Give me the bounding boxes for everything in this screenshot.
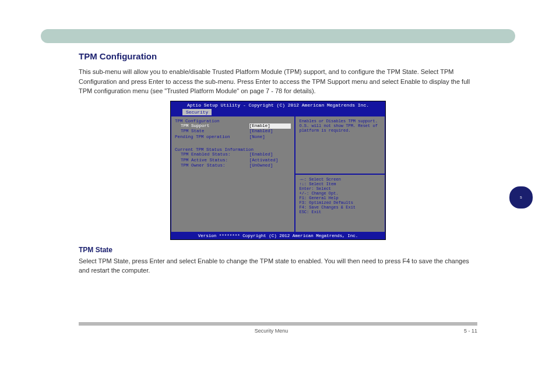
key-hint: +/-: Change Opt. bbox=[299, 191, 381, 196]
bios-row-owner-status: TPM Owner Status: bbox=[175, 163, 249, 169]
key-hint: Enter: Select bbox=[299, 186, 381, 191]
content-area: TPM Configuration This sub-menu will all… bbox=[79, 51, 477, 276]
bios-val-tpm-support[interactable]: [Enable] bbox=[249, 123, 291, 129]
bios-title-bar: Aptio Setup Utility - Copyright (C) 2012… bbox=[171, 101, 385, 109]
key-hint: ESC: Exit bbox=[299, 210, 381, 214]
side-chapter-tab: 5 bbox=[509, 186, 533, 209]
bios-item-pending-op[interactable]: Pending TPM operation bbox=[175, 135, 249, 140]
side-tab-number: 5 bbox=[520, 196, 522, 199]
tpm-config-body: This sub-menu will allow you to enable/d… bbox=[79, 67, 477, 96]
key-hint: →←: Select Screen bbox=[299, 177, 381, 182]
bios-item-tpm-state[interactable]: TPM State bbox=[175, 129, 249, 135]
bios-val-tpm-state[interactable]: [Enabled] bbox=[249, 129, 291, 135]
bios-tab-security: Security bbox=[182, 109, 212, 115]
footer-center: Security Menu bbox=[255, 328, 288, 334]
tpm-state-heading: TPM State bbox=[79, 246, 477, 254]
key-hint: ↑↓: Select Item bbox=[299, 182, 381, 186]
bios-help-pane: Enables or Disables TPM support. O.S. wi… bbox=[295, 116, 385, 174]
footer-right: 5 - 11 bbox=[464, 328, 477, 334]
header-bar bbox=[41, 29, 515, 43]
bios-val-owner-status: [UnOwned] bbox=[249, 163, 291, 169]
key-hint: F4: Save Changes & Exit bbox=[299, 205, 381, 210]
bios-group2-title: Current TPM Status Information bbox=[175, 147, 291, 152]
page-footer: Security Menu 5 - 11 bbox=[79, 322, 477, 334]
tpm-config-title: TPM Configuration bbox=[79, 51, 477, 61]
bios-val-pending-op[interactable]: [None] bbox=[249, 135, 291, 140]
key-hint: F3: Optimized Defaults bbox=[299, 200, 381, 205]
bios-val-active-status: [Activated] bbox=[249, 158, 291, 164]
key-hint: F1: General Help bbox=[299, 196, 381, 200]
bios-row-enabled-status: TPM Enabled Status: bbox=[175, 152, 249, 158]
bios-left-pane: TPM Configuration TPM Support [Enable] T… bbox=[171, 116, 295, 232]
tpm-state-body: Select TPM State, press Enter and select… bbox=[79, 256, 477, 276]
bios-group1-title: TPM Configuration bbox=[175, 119, 291, 123]
bios-screenshot: Aptio Setup Utility - Copyright (C) 2012… bbox=[170, 101, 386, 240]
bios-footer: Version ******** Copyright (C) 2012 Amer… bbox=[171, 232, 385, 239]
bios-row-active-status: TPM Active Status: bbox=[175, 158, 249, 164]
bios-val-enabled-status: [Enabled] bbox=[249, 152, 291, 158]
bios-keys-pane: →←: Select Screen ↑↓: Select Item Enter:… bbox=[295, 174, 385, 232]
bios-item-tpm-support[interactable]: TPM Support bbox=[175, 123, 249, 129]
